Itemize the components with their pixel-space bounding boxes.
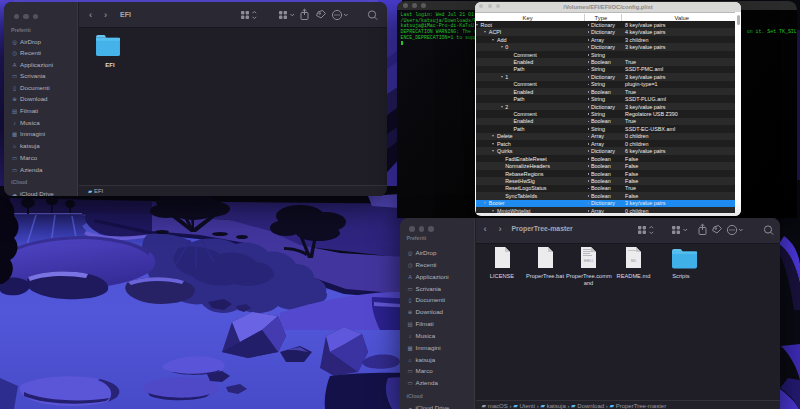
svg-text:SHELL: SHELL [583, 259, 593, 263]
svg-text:MD: MD [631, 259, 637, 263]
